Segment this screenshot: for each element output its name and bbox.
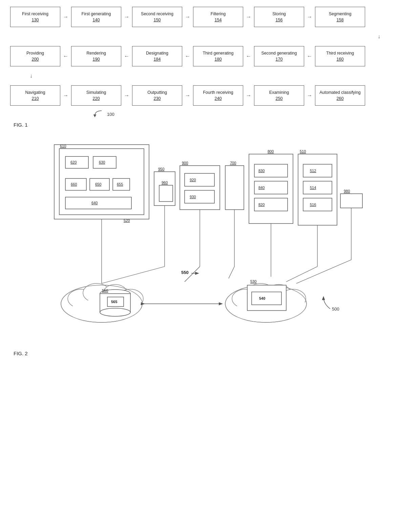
box-providing: Providing 200: [10, 46, 60, 66]
svg-text:500: 500: [332, 306, 339, 312]
svg-text:550: 550: [181, 270, 189, 275]
box-designating: Designating 184: [132, 46, 182, 66]
box-num: 230: [154, 96, 161, 101]
svg-rect-64: [303, 164, 332, 177]
box-segmenting: Segmenting 158: [315, 7, 365, 27]
arrow-left: ←: [182, 53, 193, 60]
svg-text:655: 655: [117, 182, 123, 186]
box-third-generating: Third generating 180: [193, 46, 243, 66]
svg-rect-22: [252, 292, 281, 305]
arrow-right: →: [60, 92, 71, 99]
box-label: Rendering: [86, 50, 106, 56]
arrow-down-2: ↓: [30, 72, 410, 79]
box-num: 130: [32, 17, 39, 23]
box-rendering: Rendering 190: [71, 46, 121, 66]
svg-rect-46: [180, 166, 220, 210]
svg-point-8: [232, 289, 259, 308]
svg-line-76: [185, 267, 200, 282]
svg-text:565: 565: [111, 300, 117, 304]
arrow-left: ←: [121, 53, 132, 60]
svg-point-2: [83, 283, 110, 302]
box-num: 158: [337, 17, 344, 23]
box-first-generating: First generating 140: [71, 7, 121, 27]
svg-text:900: 900: [182, 161, 188, 165]
svg-point-11: [280, 289, 306, 308]
arrow-right: →: [243, 14, 254, 20]
fig1-container: First receiving 130 → First generating 1…: [10, 7, 410, 128]
svg-rect-70: [340, 194, 362, 208]
svg-text:800: 800: [268, 149, 274, 153]
svg-rect-30: [65, 156, 88, 168]
svg-point-7: [225, 285, 307, 322]
svg-text:650: 650: [95, 182, 101, 186]
box-storing: Storing 156: [254, 7, 304, 27]
box-label: Storing: [272, 11, 286, 17]
cloud2-group: [225, 283, 307, 322]
svg-text:510: 510: [300, 149, 306, 153]
svg-text:530: 530: [250, 279, 256, 283]
svg-text:516: 516: [310, 203, 316, 207]
svg-text:560: 560: [102, 289, 108, 293]
box-label: Filtering: [211, 11, 226, 17]
svg-text:540: 540: [259, 296, 265, 300]
fig1-label: FIG. 1: [14, 122, 410, 128]
svg-rect-48: [185, 173, 214, 186]
arrow-down-1: ↓: [378, 33, 410, 40]
box-num: 160: [337, 57, 344, 62]
arrow-right: →: [243, 92, 254, 99]
box-label: Navigating: [25, 90, 45, 95]
arrow-right: →: [182, 14, 193, 20]
box-num: 240: [215, 96, 222, 101]
box-examining: Examining 250: [254, 85, 304, 106]
svg-rect-20: [247, 285, 286, 311]
svg-rect-40: [113, 178, 130, 190]
box-num: 190: [93, 57, 100, 62]
svg-rect-60: [254, 198, 288, 211]
arrow-left: ←: [304, 53, 315, 60]
box-label: Automated classifying: [319, 90, 361, 95]
box-first-receiving: First receiving 130: [10, 7, 60, 27]
svg-rect-36: [65, 178, 86, 190]
box-label: Third generating: [203, 50, 233, 56]
arrow-left: ←: [243, 53, 254, 60]
box-label: Providing: [26, 50, 44, 56]
svg-line-74: [102, 267, 165, 283]
svg-text:920: 920: [190, 178, 196, 182]
svg-text:700: 700: [230, 161, 236, 165]
svg-text:830: 830: [258, 169, 265, 173]
box-label: First generating: [82, 11, 111, 17]
svg-point-14: [100, 290, 130, 298]
arrow-right: →: [182, 92, 193, 99]
ref-arrow-icon: [91, 109, 105, 119]
svg-point-3: [103, 284, 127, 301]
box-automated-classifying: Automated classifying 260: [315, 85, 365, 106]
svg-point-10: [267, 284, 291, 301]
box-num: 220: [93, 96, 100, 101]
arrow-right: →: [121, 92, 132, 99]
svg-rect-12: [237, 300, 305, 319]
svg-point-4: [118, 289, 143, 308]
box-label: Fourth receiving: [203, 90, 233, 95]
svg-text:640: 640: [91, 201, 98, 205]
box-num: 210: [32, 96, 39, 101]
fig1-ref: 100: [91, 109, 410, 119]
box-num: 140: [93, 17, 100, 23]
fig2-inner: 560 565 530 540 550 520 610 620: [10, 138, 410, 348]
svg-rect-15: [100, 294, 130, 312]
flow-row-1: First receiving 130 → First generating 1…: [10, 7, 410, 27]
box-num: 250: [276, 96, 283, 101]
box-num: 150: [154, 17, 161, 23]
svg-point-16: [100, 308, 130, 316]
svg-rect-66: [303, 181, 332, 194]
box-label: Third receiving: [326, 50, 354, 56]
svg-text:930: 930: [190, 195, 196, 199]
svg-rect-44: [159, 185, 173, 202]
svg-point-9: [247, 283, 274, 302]
svg-rect-58: [254, 181, 288, 194]
svg-point-1: [68, 289, 95, 308]
fig1-ref-label: 100: [107, 112, 114, 117]
box-navigating: Navigating 210: [10, 85, 60, 106]
svg-text:610: 610: [60, 144, 66, 148]
svg-rect-68: [303, 198, 332, 211]
svg-point-6: [61, 285, 142, 322]
